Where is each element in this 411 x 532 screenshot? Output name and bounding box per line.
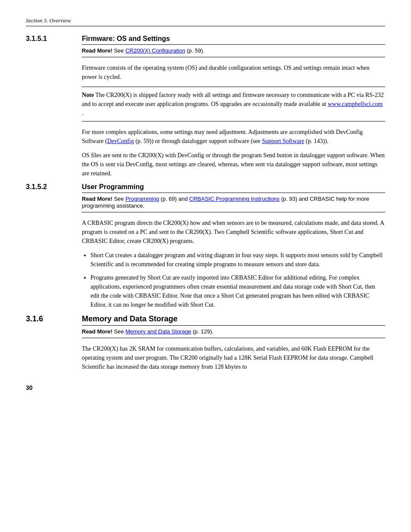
section-3152-read-more-label: Read More! [82, 196, 112, 202]
section-3151-read-more-box: Read More! See CR200(X) Configuration (p… [82, 44, 385, 57]
section-316-see: See [114, 328, 125, 335]
section-3152-bullets: Short Cut creates a datalogger program a… [90, 251, 385, 309]
section-316-heading-row: 3.1.6 Memory and Data Storage [26, 314, 385, 324]
section-3151: 3.1.5.1 Firmware: OS and Settings Read M… [26, 35, 385, 178]
section-316-content: Read More! See Memory and Data Storage (… [82, 325, 385, 371]
section-3151-note-box: Note The CR200(X) is shipped factory rea… [82, 87, 385, 121]
section-316-number: 3.1.6 [26, 314, 82, 324]
page-footer: 30 [26, 384, 385, 391]
devconfig-link[interactable]: DevConfig [107, 138, 134, 144]
section-3152-number: 3.1.5.2 [26, 183, 82, 191]
crbasic-programming-link[interactable]: CRBASIC Programming Instructions [189, 196, 280, 202]
programming-link[interactable]: Programming [125, 196, 159, 202]
section-316-after: (p. 129). [193, 328, 213, 335]
section-3151-content: Read More! See CR200(X) Configuration (p… [82, 44, 385, 178]
section-3151-number: 3.1.5.1 [26, 35, 82, 43]
support-software-link[interactable]: Support Software [262, 138, 304, 144]
section-316-read-more-text: Read More! See Memory and Data Storage (… [82, 328, 214, 335]
note-period: . [82, 110, 84, 116]
section-3151-heading-row: 3.1.5.1 Firmware: OS and Settings [26, 35, 385, 43]
section-3152: 3.1.5.2 User Programming Read More! See … [26, 183, 385, 309]
section-3151-read-more-link[interactable]: CR200(X) Configuration [125, 47, 185, 54]
page: Section 3. Overview 3.1.5.1 Firmware: OS… [0, 0, 411, 408]
section-3152-title: User Programming [82, 183, 144, 191]
read-more-label: Read More! [82, 47, 112, 54]
bullet-item-1: Short Cut creates a datalogger program a… [90, 251, 385, 269]
section-316: 3.1.6 Memory and Data Storage Read More!… [26, 314, 385, 371]
section-3152-read-more-box: Read More! See Programming (p. 69) and C… [82, 193, 385, 212]
page-header: Section 3. Overview [26, 17, 385, 26]
section-3151-read-more-after: (p. 59). [187, 47, 205, 54]
section-316-intro: The CR200(X) has 2K SRAM for communicati… [82, 344, 385, 371]
page-number: 30 [26, 384, 33, 391]
devconfig-after: (p. 143)). [304, 138, 328, 144]
devconfig-middle: (p. 59)) or through datalogger support s… [134, 138, 262, 144]
section-3151-note-text: Note The CR200(X) is shipped factory rea… [82, 90, 385, 118]
read-more-see: See [114, 47, 125, 54]
section-3152-heading-row: 3.1.5.2 User Programming [26, 183, 385, 191]
section-3152-content: Read More! See Programming (p. 69) and C… [82, 193, 385, 309]
section-3152-intro: A CRBASIC program directs the CR200(X) h… [82, 218, 385, 246]
bullet-item-2: Programs generated by Short Cut are easi… [90, 273, 385, 309]
section-3151-para1: Firmware consists of the operating syste… [82, 63, 385, 81]
header-text: Section 3. Overview [26, 17, 71, 24]
section-3151-read-more-text: Read More! See CR200(X) Configuration (p… [82, 47, 205, 54]
section-3152-see: See [114, 196, 125, 202]
section-3151-title: Firmware: OS and Settings [82, 35, 170, 43]
section-316-title: Memory and Data Storage [82, 314, 177, 324]
section-3151-devconfig-para: For more complex applications, some sett… [82, 128, 385, 146]
note-label: Note [82, 92, 94, 98]
section-316-read-more-label: Read More! [82, 328, 112, 335]
section-316-read-more-box: Read More! See Memory and Data Storage (… [82, 325, 385, 338]
section-3151-os-para: OS files are sent to the CR200(X) with D… [82, 151, 385, 178]
section-3152-middle: (p. 69) and [161, 196, 190, 202]
campbellsci-link[interactable]: www.campbellsci.com [328, 101, 383, 107]
memory-data-storage-link[interactable]: Memory and Data Storage [125, 328, 191, 335]
section-3152-read-more-text: Read More! See Programming (p. 69) and C… [82, 196, 369, 209]
